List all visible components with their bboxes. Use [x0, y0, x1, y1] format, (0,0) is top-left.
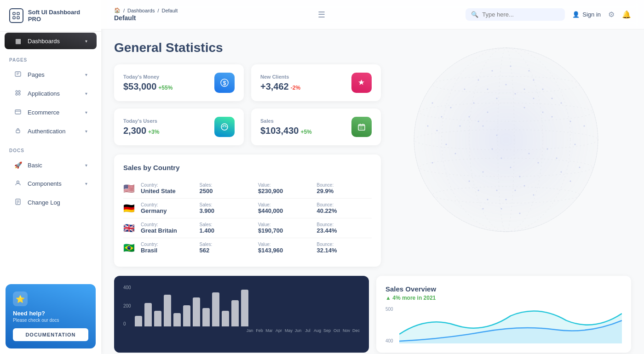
- svg-point-58: [478, 80, 479, 81]
- sidebar-item-authentication[interactable]: Authentication ▾: [5, 123, 97, 140]
- dashboards-icon: ▦: [14, 37, 22, 45]
- stats-grid: Today's Money $53,000 +55% $ New Clients…: [114, 64, 381, 145]
- bar-chart-bar: [212, 292, 219, 326]
- svg-point-73: [524, 185, 525, 187]
- svg-point-69: [487, 199, 489, 200]
- sidebar-item-components[interactable]: Components ▾: [5, 175, 97, 192]
- stat-card-sales: Sales $103,430 +5%: [251, 108, 381, 145]
- svg-point-22: [432, 76, 580, 93]
- country-row: 🇬🇧 Country: Great Britain Sales: 1.400 V…: [123, 218, 372, 238]
- sign-in-button[interactable]: 👤 Sign in: [572, 11, 601, 18]
- sidebar-item-label: Pages: [28, 71, 45, 78]
- y-label-200: 200: [123, 303, 131, 308]
- sidebar-item-basic[interactable]: 🚀 Basic ▾: [5, 157, 97, 173]
- bar-chart-bar: [173, 313, 181, 326]
- stat-value-sales: $103,430: [260, 126, 299, 136]
- svg-point-41: [492, 148, 493, 150]
- components-icon: [14, 180, 22, 188]
- svg-point-52: [446, 144, 447, 145]
- help-card: ⭐ Need help? Please check our docs DOCUM…: [6, 284, 96, 348]
- chevron-down-icon: ▾: [85, 181, 87, 186]
- basic-icon: 🚀: [14, 161, 22, 169]
- sidebar-item-applications[interactable]: Applications ▾: [5, 85, 97, 102]
- stat-label-sales: Sales: [260, 118, 312, 124]
- page-title: General Statistics: [114, 40, 631, 55]
- svg-point-83: [510, 66, 512, 67]
- applications-icon: [14, 90, 22, 97]
- svg-point-56: [584, 126, 585, 127]
- sales-de: Sales: 3.900: [200, 202, 255, 214]
- x-label: Mar: [265, 328, 273, 333]
- chevron-down-icon: ▾: [85, 129, 87, 134]
- breadcrumb-sep2: /: [157, 8, 159, 13]
- bar-chart-bar: [144, 303, 152, 326]
- svg-point-23: [414, 130, 598, 150]
- svg-point-31: [487, 112, 489, 113]
- svg-point-25: [432, 187, 580, 203]
- home-icon[interactable]: 🏠: [114, 7, 121, 13]
- svg-text:$: $: [223, 80, 226, 86]
- svg-point-43: [510, 167, 512, 168]
- bounce-us: Bounce: 29.9%: [317, 183, 372, 194]
- globe-decoration: // generate dots in JS: [368, 29, 644, 250]
- svg-point-64: [533, 80, 535, 81]
- country-row: 🇧🇷 Country: Brasil Sales: 562 Value: $14…: [123, 238, 372, 257]
- x-label: Jul: [304, 328, 311, 333]
- stat-change-clients: -2%: [291, 85, 300, 91]
- x-label: Jun: [294, 328, 302, 333]
- svg-point-79: [561, 171, 562, 173]
- breadcrumb-dashboards[interactable]: Dashboards: [127, 8, 155, 13]
- sidebar-item-label: Components: [28, 180, 62, 187]
- svg-point-19: [414, 48, 598, 232]
- svg-point-7: [16, 91, 17, 92]
- bottom-charts: 400 200 0 JanFebMarAprMayJunJulAugSepOct…: [114, 276, 631, 353]
- svg-rect-3: [17, 17, 19, 19]
- country-row: 🇺🇸 Country: United State Sales: 2500 Val…: [123, 179, 372, 199]
- stat-label-users: Today's Users: [123, 118, 159, 124]
- svg-point-70: [496, 190, 498, 191]
- ecommerce-icon: [14, 108, 22, 116]
- stat-icon-money: $: [214, 73, 235, 93]
- bounce-gb: Bounce: 23.44%: [317, 222, 372, 234]
- svg-point-75: [450, 107, 452, 108]
- stat-icon-users: [214, 117, 235, 137]
- stat-value-money: $53,000: [123, 81, 156, 92]
- sidebar-item-changelog[interactable]: Change Log: [5, 194, 97, 211]
- search-input[interactable]: [482, 11, 559, 18]
- svg-point-8: [18, 91, 20, 92]
- sidebar-logo: Soft UI Dashboard PRO: [0, 0, 101, 32]
- svg-point-76: [441, 116, 443, 118]
- sidebar-item-ecommerce[interactable]: Ecommerce ▾: [5, 104, 97, 121]
- stat-label-clients: New Clients: [260, 74, 300, 80]
- sidebar-item-label: Ecommerce: [28, 109, 59, 116]
- svg-point-44: [483, 171, 484, 173]
- bell-icon[interactable]: 🔔: [622, 10, 631, 19]
- sidebar-item-dashboards[interactable]: ▦ Dashboards ▾: [5, 33, 97, 49]
- menu-toggle-icon[interactable]: ☰: [318, 10, 325, 20]
- country-row: 🇩🇪 Country: Germany Sales: 3.900 Value: …: [123, 199, 372, 218]
- svg-point-28: [442, 48, 570, 232]
- sidebar-item-pages[interactable]: Pages ▾: [5, 66, 97, 83]
- breadcrumb-path: 🏠 / Dashboards / Default: [114, 7, 178, 13]
- sidebar: Soft UI Dashboard PRO ▦ Dashboards ▾ PAG…: [0, 0, 101, 354]
- pages-icon: [14, 71, 22, 79]
- svg-point-50: [556, 158, 558, 159]
- sidebar-item-label: Change Log: [28, 199, 60, 206]
- svg-point-40: [570, 121, 571, 122]
- search-box[interactable]: 🔍: [466, 8, 565, 21]
- svg-point-81: [579, 167, 581, 168]
- svg-point-35: [524, 107, 525, 108]
- settings-icon[interactable]: ⚙: [608, 10, 615, 19]
- overview-subtitle: ▲ 4% more in 2021: [385, 295, 622, 301]
- x-label: May: [285, 328, 292, 333]
- svg-point-30: [478, 121, 479, 122]
- bar-chart-bar: [231, 300, 239, 326]
- chevron-down-icon: ▾: [85, 39, 87, 44]
- sales-by-country-card: Sales by Country 🇺🇸 Country: United Stat…: [114, 154, 381, 267]
- x-label: Jan: [246, 328, 253, 333]
- pages-section-label: PAGES: [0, 50, 101, 65]
- svg-point-62: [515, 93, 516, 95]
- svg-point-65: [542, 89, 544, 90]
- svg-point-48: [538, 162, 539, 164]
- documentation-button[interactable]: DOCUMENTATION: [13, 328, 88, 341]
